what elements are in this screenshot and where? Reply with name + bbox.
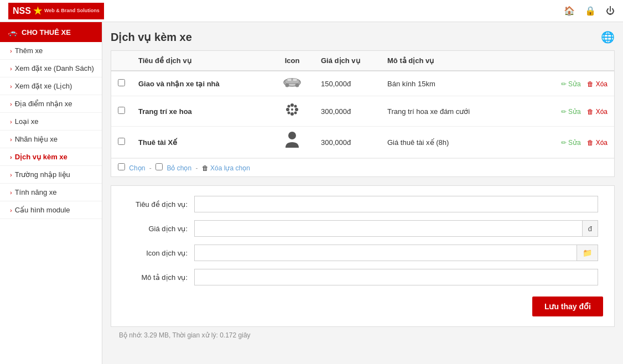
folder-icon: 📁 [583,248,592,257]
svg-point-6 [290,103,294,107]
sidebar-item-truong-nhap-lieu[interactable]: › Trường nhập liệu [0,166,102,184]
delete-button[interactable]: 🗑 Xóa [587,80,608,88]
sidebar-header: 🚗 CHO THUÊ XE [0,22,102,42]
service-table: Tiêu đề dịch vụ Icon Giá dịch vụ Mô tả d… [111,51,614,158]
col-header-icon: Icon [270,51,314,71]
logo: NSS★ Web & Brand Solutions [8,3,104,19]
select-all-checkbox[interactable] [118,163,125,170]
sidebar-header-label: CHO THUÊ XE [22,28,71,37]
page-title: Dịch vụ kèm xe [111,30,192,44]
row-checkbox[interactable] [118,107,125,114]
topbar-icons: 🏠 🔒 ⏻ [564,6,615,16]
browse-button[interactable]: 📁 [577,245,598,261]
edit-button[interactable]: ✏ Sửa [561,108,581,116]
label-desc: Mô tả dịch vụ: [122,273,194,282]
add-form: Tiêu đề dịch vụ: Giá dịch vụ: đ Icon dịc… [111,185,615,327]
svg-point-2 [295,84,299,87]
row-description: Trang trí hoa xe đám cưới [381,96,542,127]
sidebar-item-tinh-nang-xe[interactable]: › Tính năng xe [0,184,102,201]
row-checkbox[interactable] [118,79,125,86]
row-icon [270,127,314,158]
sidebar-item-nhan-hieu-xe[interactable]: › Nhãn hiệu xe [0,131,102,148]
sidebar-item-label: Cấu hình module [15,206,70,214]
form-row-title: Tiêu đề dịch vụ: [122,196,603,212]
row-price: 300,000đ [314,127,381,158]
input-icon[interactable] [194,245,577,261]
table-header-row: Tiêu đề dịch vụ Icon Giá dịch vụ Mô tả d… [111,51,614,71]
input-title[interactable] [194,196,598,212]
bo-chon-link[interactable]: Bỏ chọn [167,164,191,172]
label-icon: Icon dịch vụ: [122,249,194,257]
deselect-checkbox[interactable] [155,163,163,170]
bulk-actions: Chọn - Bỏ chọn - 🗑 Xóa lựa chọn [111,158,614,176]
svg-point-11 [294,105,297,108]
footer-text: Bộ nhớ: 3.29 MB, Thời gian xử lý: 0.172 … [119,331,251,339]
sidebar-item-label: Loại xe [15,117,39,126]
sidebar-item-loai-xe[interactable]: › Loại xe [0,113,102,131]
arrow-icon: › [10,65,12,72]
input-price[interactable] [194,220,583,237]
sidebar-item-them-xe[interactable]: › Thêm xe [0,42,102,60]
row-description: Bán kính 15km [381,71,542,96]
sidebar-item-xem-dat-xe-ds[interactable]: › Xem đặt xe (Danh Sách) [0,60,102,77]
sidebar-item-dia-diem-nhan-xe[interactable]: › Địa điểm nhận xe [0,95,102,113]
lock-icon[interactable]: 🔒 [585,6,596,16]
arrow-icon: › [10,189,12,196]
sidebar-item-cau-hinh-module[interactable]: › Cấu hình module [0,201,102,219]
sidebar-item-label: Thêm xe [15,46,43,55]
layout: 🚗 CHO THUÊ XE › Thêm xe › Xem đặt xe (Da… [0,22,623,364]
save-button[interactable]: Lưu thay đổi [532,297,603,316]
arrow-icon: › [10,136,12,143]
arrow-icon: › [10,48,12,54]
form-row-icon: Icon dịch vụ: 📁 [122,245,603,261]
form-row-desc: Mô tả dịch vụ: [122,269,603,285]
car-icon: 🚗 [8,28,17,37]
chon-link[interactable]: Chọn [129,164,145,172]
separator: - [195,164,199,172]
row-price: 300,000đ [314,96,381,127]
row-title: Giao và nhận xe tại nhà [132,71,270,96]
row-icon [270,96,314,127]
delete-icon: 🗑 [202,164,210,172]
row-price: 150,000đ [314,71,381,96]
topbar: NSS★ Web & Brand Solutions 🏠 🔒 ⏻ [0,0,623,22]
row-checkbox-cell [111,127,132,158]
separator: - [149,164,153,172]
sidebar-item-label: Tính năng xe [15,188,57,196]
svg-rect-4 [287,79,292,81]
arrow-icon: › [10,101,12,107]
svg-point-10 [288,105,290,108]
sidebar-item-label: Trường nhập liệu [15,170,70,179]
row-actions: ✏ Sửa 🗑 Xóa [542,127,614,158]
arrow-icon: › [10,207,12,214]
delete-button[interactable]: 🗑 Xóa [587,139,608,147]
row-icon [270,71,314,96]
svg-point-15 [288,132,296,139]
service-table-section: Tiêu đề dịch vụ Icon Giá dịch vụ Mô tả d… [111,50,615,177]
sidebar-item-xem-dat-xe-lich[interactable]: › Xem đặt xe (Lịch) [0,77,102,95]
logo-sub: Web & Brand Solutions [44,8,100,13]
col-header-price: Giá dịch vụ [314,51,381,71]
input-desc[interactable] [194,269,598,285]
edit-button[interactable]: ✏ Sửa [561,139,581,147]
row-actions: ✏ Sửa 🗑 Xóa [542,71,614,96]
edit-button[interactable]: ✏ Sửa [561,80,581,88]
sidebar-item-dich-vu-kem-xe[interactable]: › Dịch vụ kèm xe [0,148,102,166]
main-content: Dịch vụ kèm xe 🌐 Tiêu đề dịch vụ Icon Gi… [102,22,623,364]
home-icon[interactable]: 🏠 [564,6,575,16]
row-checkbox[interactable] [118,138,125,145]
svg-rect-5 [293,79,297,81]
col-header-title: Tiêu đề dịch vụ [132,51,270,71]
table-row: Thuê tài Xế 300,000đ Giá thuê tài xế (8h… [111,127,614,158]
power-icon[interactable]: ⏻ [606,6,615,16]
col-header-actions [542,51,614,71]
svg-point-7 [286,108,289,111]
footer: Bộ nhớ: 3.29 MB, Thời gian xử lý: 0.172 … [111,327,615,344]
sidebar: 🚗 CHO THUÊ XE › Thêm xe › Xem đặt xe (Da… [0,22,102,364]
xoa-lua-chon-link[interactable]: Xóa lựa chọn [210,164,250,172]
sidebar-item-label: Địa điểm nhận xe [15,100,72,108]
label-price: Giá dịch vụ: [122,225,194,233]
row-title: Thuê tài Xế [132,127,270,158]
delete-button[interactable]: 🗑 Xóa [587,108,608,116]
svg-point-12 [288,112,290,115]
